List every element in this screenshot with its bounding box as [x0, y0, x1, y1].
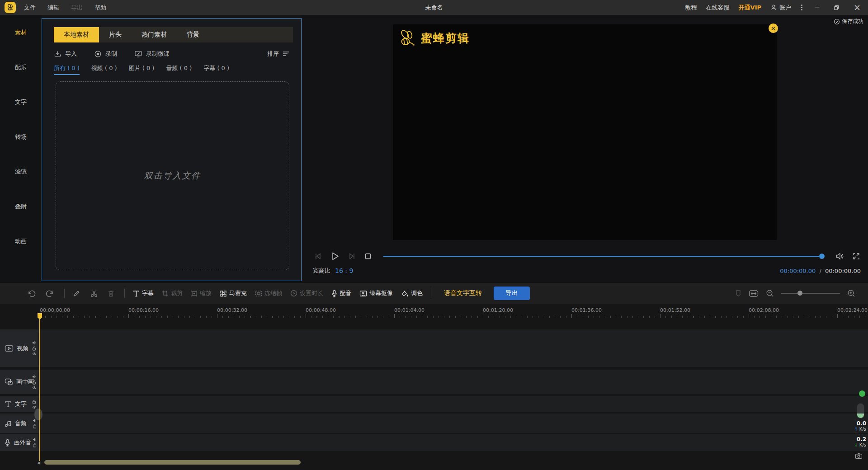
audio-track-icon: [5, 420, 12, 427]
record-button[interactable]: 录制: [94, 50, 117, 58]
sort-button[interactable]: 排序: [267, 50, 289, 58]
previous-frame-button[interactable]: [313, 251, 323, 261]
track-voiceover: 画外音: [0, 434, 868, 451]
watermark-close-button[interactable]: ×: [769, 24, 778, 33]
visibility-icon[interactable]: [32, 405, 37, 409]
tutorial-link[interactable]: 教程: [685, 4, 697, 12]
timeline-zoom-slider[interactable]: [781, 293, 840, 294]
snapshot-camera-button[interactable]: [855, 453, 863, 459]
panel-collapse-handle[interactable]: [34, 409, 42, 420]
visibility-icon[interactable]: [32, 386, 37, 390]
sidebar-item-material[interactable]: 素材: [0, 15, 42, 50]
mute-icon[interactable]: [32, 375, 37, 379]
close-button[interactable]: ×: [851, 3, 863, 12]
mute-icon[interactable]: [32, 341, 37, 345]
track-text-lane[interactable]: [39, 396, 868, 412]
microphone-icon: [331, 290, 337, 297]
marker-flag-icon: [735, 290, 741, 297]
tab-background[interactable]: 背景: [177, 27, 209, 42]
track-audio-lane[interactable]: [39, 414, 868, 433]
filter-image[interactable]: 图片 ( 0 ): [129, 64, 155, 75]
track-pip-lane[interactable]: [39, 370, 868, 394]
beecut-app: 文件 编辑 导出 帮助 未命名 教程 在线客服 开通VIP 账户 ─ ×: [0, 0, 868, 470]
account-button[interactable]: 账户: [770, 4, 791, 12]
subtitle-icon: [133, 290, 140, 297]
timeline-ruler[interactable]: 00:00:00.00 00:00:16.00 00:00:32.00 00:0…: [0, 304, 868, 319]
import-dropzone[interactable]: 双击导入文件: [56, 81, 289, 270]
import-button[interactable]: 导入: [54, 50, 77, 58]
filter-subtitle[interactable]: 字幕 ( 0 ): [203, 64, 229, 75]
tool-subtitle[interactable]: 字幕: [133, 289, 154, 297]
sidebar-item-transition[interactable]: 转场: [0, 119, 42, 154]
fullscreen-icon[interactable]: [852, 252, 861, 261]
seek-slider-thumb[interactable]: [819, 254, 825, 259]
vip-button[interactable]: 开通VIP: [739, 4, 761, 12]
sidebar-item-music[interactable]: 配乐: [0, 50, 42, 85]
lock-icon[interactable]: [32, 346, 37, 351]
restore-button[interactable]: [831, 5, 842, 10]
tab-local-media[interactable]: 本地素材: [54, 27, 99, 42]
volume-icon[interactable]: [835, 252, 845, 261]
track-label: 视频: [17, 344, 28, 352]
lock-icon[interactable]: [32, 400, 37, 404]
network-download-indicator: 0.2 ↓ K/s: [846, 436, 866, 447]
speech-text-convert-button[interactable]: 语音文字互转: [444, 289, 482, 297]
stop-button[interactable]: [364, 252, 372, 260]
tool-color-grading[interactable]: 调色: [401, 289, 423, 297]
track-audio-header: 音频: [0, 414, 38, 433]
filter-all[interactable]: 所有 ( 0 ): [54, 64, 80, 75]
edit-pencil-button[interactable]: [73, 290, 80, 297]
more-menu-icon[interactable]: [800, 5, 803, 10]
track-voiceover-header: 画外音: [0, 434, 38, 451]
fit-timeline-icon[interactable]: [749, 290, 759, 297]
edit-toolbar: 字幕 裁剪 缩放 马赛克: [0, 282, 868, 304]
aspect-ratio-value[interactable]: 16 : 9: [335, 267, 353, 274]
timecode-total: 00:00:00.00: [825, 268, 861, 274]
lock-icon[interactable]: [33, 443, 37, 447]
visibility-icon[interactable]: [32, 352, 37, 356]
support-link[interactable]: 在线客服: [706, 4, 730, 12]
menu-edit[interactable]: 编辑: [47, 4, 59, 12]
tab-intro[interactable]: 片头: [99, 27, 132, 42]
filter-video[interactable]: 视频 ( 0 ): [91, 64, 117, 75]
mute-icon[interactable]: [33, 437, 37, 442]
zoom-in-icon[interactable]: [847, 289, 855, 297]
ruler-label: 00:02:24.00: [837, 307, 868, 313]
track-voiceover-lane[interactable]: [39, 434, 868, 451]
network-upload-indicator: 0.0 ↑ K/s: [846, 420, 866, 432]
seek-slider[interactable]: [383, 256, 824, 257]
redo-button[interactable]: [46, 290, 54, 297]
mosaic-icon: [220, 290, 227, 297]
lock-icon[interactable]: [32, 380, 37, 385]
export-button[interactable]: 导出: [494, 287, 530, 300]
next-frame-button[interactable]: [347, 251, 357, 261]
sidebar-item-overlay[interactable]: 叠附: [0, 189, 42, 224]
horizontal-scrollbar[interactable]: [44, 460, 301, 465]
sidebar-item-animation[interactable]: 动画: [0, 224, 42, 258]
menu-file[interactable]: 文件: [24, 4, 36, 12]
sidebar-item-filter[interactable]: 滤镜: [0, 154, 42, 189]
zoom-out-icon[interactable]: [766, 289, 774, 297]
tool-green-screen[interactable]: 绿幕抠像: [359, 289, 393, 297]
undo-button[interactable]: [27, 290, 36, 297]
lock-icon[interactable]: [33, 424, 37, 428]
tab-hot-media[interactable]: 热门素材: [132, 27, 177, 42]
tool-mosaic[interactable]: 马赛克: [220, 289, 247, 297]
track-pip: 画中画: [0, 370, 868, 394]
record-lesson-button[interactable]: 录制微课: [134, 50, 170, 58]
menu-help[interactable]: 帮助: [94, 4, 106, 12]
minimize-button[interactable]: ─: [812, 4, 822, 11]
ruler-label: 00:01:04.00: [394, 307, 425, 313]
track-video-lane[interactable]: [39, 329, 868, 367]
playhead-line[interactable]: [39, 318, 40, 461]
media-panel: 本地素材 片头 热门素材 背景 导入 录制: [42, 18, 302, 281]
scroll-left-arrow[interactable]: ◀: [37, 461, 40, 465]
tool-freeze-frame: 冻结帧: [255, 289, 282, 297]
arrow-up-icon: ↑: [854, 427, 858, 432]
filter-audio[interactable]: 音频 ( 0 ): [166, 64, 192, 75]
sidebar-item-text[interactable]: 文字: [0, 85, 42, 119]
split-scissors-button[interactable]: [90, 290, 98, 297]
tool-dubbing[interactable]: 配音: [331, 289, 351, 297]
timeline-zoom-thumb[interactable]: [797, 291, 802, 296]
play-button[interactable]: [330, 251, 340, 262]
